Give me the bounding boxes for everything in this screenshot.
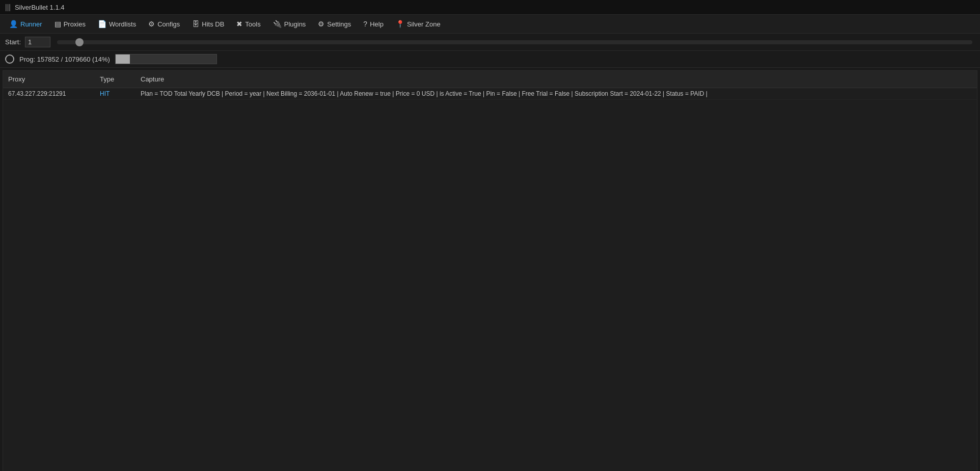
- menu-item-help[interactable]: ? Help: [358, 18, 389, 30]
- slider-thumb[interactable]: [75, 38, 84, 46]
- menu-settings-label: Settings: [327, 20, 351, 28]
- settings-icon: ⚙: [318, 20, 324, 28]
- table-body: 67.43.227.229:21291 HIT Plan = TOD Total…: [3, 88, 977, 394]
- col-header-capture: Capture: [135, 73, 977, 85]
- menu-item-wordlists[interactable]: 📄 Wordlists: [93, 18, 141, 30]
- menu-wordlists-label: Wordlists: [109, 20, 136, 28]
- menu-help-label: Help: [370, 20, 384, 28]
- title-bar: ||| SilverBullet 1.1.4: [0, 0, 980, 15]
- configs-icon: ⚙: [148, 20, 155, 28]
- hitsdb-icon: 🗄: [192, 20, 199, 28]
- start-label: Start:: [5, 38, 21, 46]
- menu-item-tools[interactable]: ✖ Tools: [231, 18, 265, 30]
- cell-capture: Plan = TOD Total Yearly DCB | Period = y…: [135, 88, 977, 99]
- menu-plugins-label: Plugins: [284, 20, 306, 28]
- start-bar: Start:: [0, 34, 980, 51]
- silverzone-icon: 📍: [396, 20, 404, 28]
- main-content: Proxy Type Capture 67.43.227.229:21291 H…: [0, 68, 980, 471]
- menu-item-settings[interactable]: ⚙ Settings: [313, 18, 356, 30]
- menu-silverzone-label: Silver Zone: [407, 20, 441, 28]
- table-row[interactable]: 67.43.227.229:21291 HIT Plan = TOD Total…: [3, 88, 977, 100]
- progress-circle-icon: [5, 54, 14, 64]
- progress-text: Prog: 157852 / 1079660 (14%): [19, 56, 110, 63]
- progress-bar-container: Prog: 157852 / 1079660 (14%): [0, 51, 980, 68]
- menu-configs-label: Configs: [157, 20, 180, 28]
- menu-hitsdb-label: Hits DB: [202, 20, 224, 28]
- tools-icon: ✖: [236, 20, 242, 28]
- cell-proxy: 67.43.227.229:21291: [3, 88, 95, 99]
- menu-item-plugins[interactable]: 🔌 Plugins: [268, 18, 311, 30]
- plugins-icon: 🔌: [273, 20, 282, 28]
- help-icon: ?: [363, 20, 367, 28]
- menu-item-runner[interactable]: 👤 Runner: [4, 18, 47, 30]
- menu-proxies-label: Proxies: [64, 20, 86, 28]
- menu-item-hitsdb[interactable]: 🗄 Hits DB: [187, 18, 229, 30]
- app-title: SilverBullet 1.1.4: [15, 4, 65, 11]
- slider-track[interactable]: [57, 40, 972, 44]
- wordlists-icon: 📄: [98, 20, 106, 28]
- app-icon: |||: [5, 3, 11, 11]
- proxies-icon: ▤: [55, 20, 61, 28]
- start-input[interactable]: [25, 37, 50, 47]
- menu-item-proxies[interactable]: ▤ Proxies: [49, 18, 91, 30]
- menu-bar: 👤 Runner ▤ Proxies 📄 Wordlists ⚙ Configs…: [0, 15, 980, 34]
- col-header-type: Type: [95, 73, 135, 85]
- cell-type: HIT: [95, 88, 135, 99]
- progress-bar-fill: [116, 54, 130, 64]
- col-header-proxy: Proxy: [3, 73, 95, 85]
- table-header: Proxy Type Capture: [3, 71, 977, 88]
- progress-bar-track: [115, 54, 217, 64]
- menu-item-configs[interactable]: ⚙ Configs: [143, 18, 185, 30]
- runner-icon: 👤: [9, 20, 18, 28]
- menu-tools-label: Tools: [245, 20, 260, 28]
- menu-item-silverzone[interactable]: 📍 Silver Zone: [391, 18, 446, 30]
- menu-runner-label: Runner: [20, 20, 42, 28]
- results-table: Proxy Type Capture 67.43.227.229:21291 H…: [3, 70, 977, 471]
